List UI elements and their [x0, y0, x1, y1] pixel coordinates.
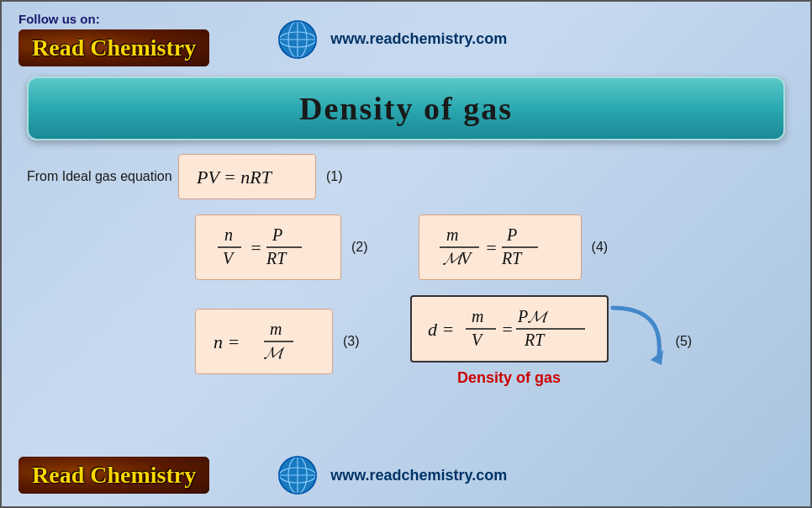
globe-icon	[277, 19, 319, 61]
header-right: www.readchemistry.com	[277, 19, 507, 61]
eq1-formula: PV = nRT	[192, 161, 302, 192]
eq4-formula: m 𝓜V = P RT	[433, 222, 567, 273]
ideal-gas-label: From Ideal gas equation	[27, 169, 178, 184]
header-left: Follow us on: Read Chemistry	[18, 12, 209, 66]
eq2-number: (2)	[351, 240, 368, 255]
equation-row-2: n V = P RT (2) m 𝓜V =	[195, 214, 785, 280]
svg-text:m: m	[472, 307, 483, 325]
page-title: Density of gas	[45, 90, 767, 127]
svg-text:PV = nRT: PV = nRT	[196, 167, 273, 188]
svg-text:=: =	[485, 237, 498, 258]
brand-name-bottom: Read Chemistry	[32, 462, 196, 488]
equation-row-1: From Ideal gas equation PV = nRT (1)	[27, 154, 785, 199]
svg-text:P: P	[272, 225, 282, 244]
website-url-top: www.readchemistry.com	[330, 30, 507, 48]
svg-text:n: n	[224, 225, 233, 244]
content-area: From Ideal gas equation PV = nRT (1) n V…	[2, 154, 810, 387]
eq1-box: PV = nRT	[178, 154, 316, 199]
eq2-box: n V = P RT	[195, 214, 341, 280]
brand-name-top: Read Chemistry	[32, 34, 196, 61]
svg-text:m: m	[270, 320, 282, 338]
eq5-container: d = m V = P𝓜 RT Density of gas	[410, 295, 609, 387]
svg-text:=: =	[250, 237, 262, 258]
svg-text:d =: d =	[428, 319, 454, 340]
equation-row-3: n = m 𝓜 (3) d = m V =	[195, 295, 785, 387]
svg-text:=: =	[501, 319, 514, 340]
brand-logo-top: Read Chemistry	[18, 29, 209, 66]
eq5-number: (5)	[676, 334, 693, 349]
globe-icon-footer	[277, 454, 319, 496]
svg-text:P𝓜: P𝓜	[517, 307, 549, 325]
svg-text:𝓜V: 𝓜V	[442, 249, 473, 267]
svg-text:P: P	[506, 225, 517, 244]
svg-text:V: V	[223, 249, 235, 267]
eq3-number: (3)	[343, 334, 360, 349]
svg-text:V: V	[472, 331, 484, 349]
eq2-formula: n V = P RT	[209, 222, 327, 273]
svg-marker-33	[651, 350, 663, 365]
svg-text:RT: RT	[501, 249, 523, 267]
footer-right: www.readchemistry.com	[277, 454, 507, 496]
arrow-icon	[604, 299, 667, 367]
brand-logo-bottom: Read Chemistry	[18, 457, 209, 494]
svg-text:m: m	[446, 225, 458, 244]
follow-text: Follow us on:	[18, 12, 100, 26]
footer: Read Chemistry www.readchemistry.com	[2, 454, 810, 496]
eq3-formula: n = m 𝓜	[209, 316, 319, 367]
title-banner: Density of gas	[27, 77, 785, 140]
website-url-bottom: www.readchemistry.com	[330, 467, 507, 484]
svg-text:n  =: n =	[214, 331, 240, 352]
svg-text:RT: RT	[266, 249, 287, 267]
svg-text:RT: RT	[524, 331, 546, 349]
eq4-box: m 𝓜V = P RT	[419, 214, 582, 280]
eq4-number: (4)	[592, 240, 609, 255]
eq1-number: (1)	[326, 169, 343, 184]
eq5-box: d = m V = P𝓜 RT	[410, 295, 609, 362]
eq3-box: n = m 𝓜	[195, 309, 333, 374]
header: Follow us on: Read Chemistry www.readche…	[2, 2, 810, 73]
eq5-formula: d = m V = P𝓜 RT	[425, 304, 593, 354]
svg-text:𝓜: 𝓜	[263, 343, 285, 362]
density-label: Density of gas	[410, 369, 609, 387]
